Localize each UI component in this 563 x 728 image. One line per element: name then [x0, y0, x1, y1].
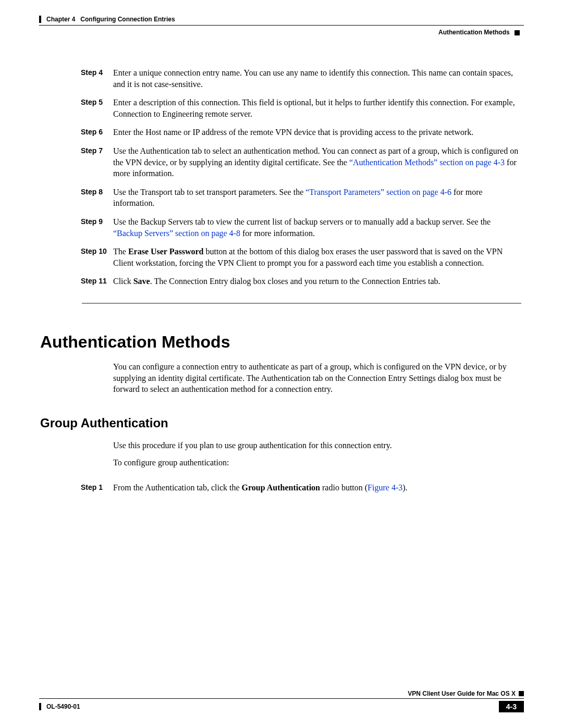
step-row: Step 5Enter a description of this connec… — [81, 97, 521, 119]
group-auth-para1: Use this procedure if you plan to use gr… — [113, 440, 521, 451]
cross-ref-link[interactable]: “Transport Parameters” section on page 4… — [305, 188, 451, 196]
footer-doc-id: OL-5490-01 — [46, 703, 80, 710]
step-row: Step 6Enter the Host name or IP address … — [81, 127, 521, 138]
footer-guide-title: VPN Client User Guide for Mac OS X — [408, 690, 516, 697]
chapter-title: Configuring Connection Entries — [80, 16, 175, 23]
auth-methods-para: You can configure a connection entry to … — [113, 361, 521, 395]
text: ). — [402, 483, 407, 492]
text: The — [113, 247, 128, 256]
step-label: Step 1 — [81, 482, 113, 493]
step-row: Step 9Use the Backup Servers tab to view… — [81, 216, 521, 239]
footer-title-row: VPN Client User Guide for Mac OS X — [39, 690, 524, 697]
step-label: Step 11 — [81, 276, 113, 287]
cross-ref-link[interactable]: “Authentication Methods” section on page… — [349, 158, 505, 167]
footer-left: OL-5490-01 — [39, 703, 80, 710]
cross-ref-link[interactable]: Figure 4-3 — [368, 483, 402, 492]
header-bar-icon — [39, 16, 41, 23]
text: Enter a unique connection entry name. Yo… — [113, 68, 513, 89]
cross-ref-link[interactable]: “Backup Servers” section on page 4-8 — [113, 229, 240, 238]
step-row: Step 11Click Save. The Connection Entry … — [81, 276, 521, 287]
step-row: Step 10The Erase User Password button at… — [81, 246, 521, 268]
text: for more information. — [240, 229, 315, 238]
header-section: Authentication Methods — [39, 29, 524, 36]
step-body: Click Save. The Connection Entry dialog … — [113, 276, 521, 287]
step-label: Step 4 — [81, 67, 113, 90]
heading-authentication-methods: Authentication Methods — [40, 332, 524, 352]
step-body: Use the Backup Servers tab to view the c… — [113, 216, 521, 239]
step-body: Enter the Host name or IP address of the… — [113, 127, 521, 138]
steps-list-top: Step 4Enter a unique connection entry na… — [81, 67, 521, 287]
text: Enter the Host name or IP address of the… — [113, 128, 473, 137]
step-row: Step 4Enter a unique connection entry na… — [81, 67, 521, 90]
bold-text: Save — [133, 277, 150, 286]
text: Use the Backup Servers tab to view the c… — [113, 217, 491, 226]
header-marker-icon — [515, 30, 520, 35]
step-body: From the Authentication tab, click the G… — [113, 482, 521, 493]
running-header: Chapter 4 Configuring Connection Entries — [39, 16, 524, 23]
section-name: Authentication Methods — [438, 29, 510, 36]
step-label: Step 10 — [81, 246, 113, 268]
step-label: Step 7 — [81, 145, 113, 179]
step-body: The Erase User Password button at the bo… — [113, 246, 521, 268]
page: Chapter 4 Configuring Connection Entries… — [0, 0, 563, 728]
chapter-label: Chapter 4 — [46, 16, 75, 23]
header-rule — [39, 25, 524, 26]
text: Click — [113, 277, 133, 286]
text: Enter a description of this connection. … — [113, 98, 515, 118]
step-label: Step 9 — [81, 216, 113, 239]
group-auth-para2: To configure group authentication: — [113, 457, 521, 468]
section-divider — [82, 303, 521, 304]
step-body: Enter a description of this connection. … — [113, 97, 521, 119]
step-row: Step 1From the Authentication tab, click… — [81, 482, 521, 493]
step-label: Step 6 — [81, 127, 113, 138]
text: Use the Transport tab to set transport p… — [113, 188, 305, 196]
page-footer: VPN Client User Guide for Mac OS X OL-54… — [39, 690, 524, 712]
step-label: Step 8 — [81, 187, 113, 209]
page-header: Chapter 4 Configuring Connection Entries… — [39, 16, 524, 36]
bold-text: Group Authentication — [242, 483, 320, 492]
step-row: Step 7Use the Authentication tab to sele… — [81, 145, 521, 179]
step-label: Step 5 — [81, 97, 113, 119]
footer-marker-icon — [519, 691, 524, 696]
footer-bar-icon — [39, 703, 41, 710]
step-body: Use the Authentication tab to select an … — [113, 145, 521, 179]
content: Step 4Enter a unique connection entry na… — [39, 67, 524, 493]
text: From the Authentication tab, click the — [113, 483, 242, 492]
step-body: Use the Transport tab to set transport p… — [113, 187, 521, 209]
footer-rule — [39, 698, 524, 699]
page-number: 4-3 — [499, 701, 524, 712]
steps-list-bottom: Step 1From the Authentication tab, click… — [81, 482, 521, 493]
bold-text: Erase User Password — [128, 247, 204, 256]
text: radio button ( — [320, 483, 368, 492]
step-body: Enter a unique connection entry name. Yo… — [113, 67, 521, 90]
heading-group-authentication: Group Authentication — [40, 416, 524, 430]
footer-row: OL-5490-01 4-3 — [39, 701, 524, 712]
text: . The Connection Entry dialog box closes… — [150, 277, 440, 286]
step-row: Step 8Use the Transport tab to set trans… — [81, 187, 521, 209]
